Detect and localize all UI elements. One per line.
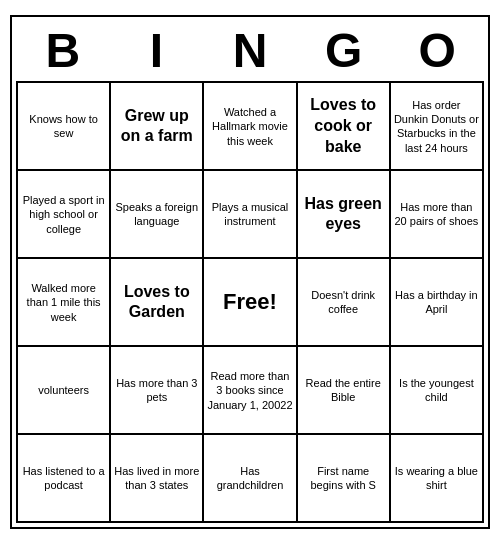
header-letter-B: B [16, 21, 110, 82]
cell-r4c0: Has listened to a podcast [18, 435, 111, 523]
cell-r3c1: Has more than 3 pets [111, 347, 204, 435]
cell-r1c0: Played a sport in high school or college [18, 171, 111, 259]
cell-r0c3: Loves to cook or bake [298, 83, 391, 171]
header-letter-I: I [110, 21, 204, 82]
header-letter-O: O [390, 21, 484, 82]
cell-r2c3: Doesn't drink coffee [298, 259, 391, 347]
cell-r0c4: Has order Dunkin Donuts or Starbucks in … [391, 83, 484, 171]
cell-r0c1: Grew up on a farm [111, 83, 204, 171]
cell-r0c2: Watched a Hallmark movie this week [204, 83, 297, 171]
cell-r3c3: Read the entire Bible [298, 347, 391, 435]
bingo-grid: Knows how to sewGrew up on a farmWatched… [16, 81, 484, 523]
cell-r1c3: Has green eyes [298, 171, 391, 259]
cell-r3c0: volunteers [18, 347, 111, 435]
cell-r4c4: Is wearing a blue shirt [391, 435, 484, 523]
header-letter-N: N [203, 21, 297, 82]
bingo-card: BINGO Knows how to sewGrew up on a farmW… [10, 15, 490, 530]
bingo-header: BINGO [16, 21, 484, 82]
header-letter-G: G [297, 21, 391, 82]
cell-r4c3: First name begins with S [298, 435, 391, 523]
cell-r1c1: Speaks a foreign language [111, 171, 204, 259]
cell-r2c0: Walked more than 1 mile this week [18, 259, 111, 347]
cell-r2c1: Loves to Garden [111, 259, 204, 347]
cell-r0c0: Knows how to sew [18, 83, 111, 171]
cell-r2c4: Has a birthday in April [391, 259, 484, 347]
cell-r3c2: Read more than 3 books since January 1, … [204, 347, 297, 435]
cell-r4c1: Has lived in more than 3 states [111, 435, 204, 523]
cell-r4c2: Has grandchildren [204, 435, 297, 523]
cell-r3c4: Is the youngest child [391, 347, 484, 435]
cell-r1c4: Has more than 20 pairs of shoes [391, 171, 484, 259]
cell-r2c2: Free! [204, 259, 297, 347]
cell-r1c2: Plays a musical instrument [204, 171, 297, 259]
